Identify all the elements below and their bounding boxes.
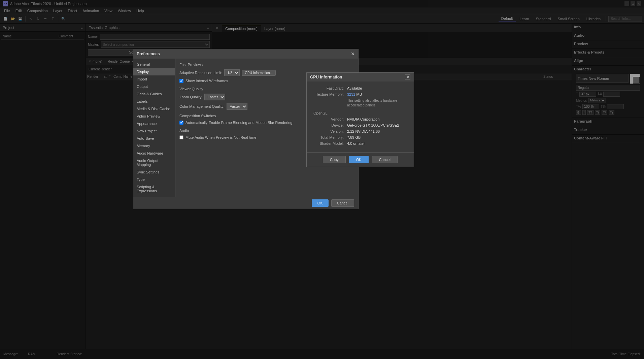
preferences-sidebar: General Display Import Output Grids & Gu… xyxy=(133,59,175,197)
pref-labels[interactable]: Labels xyxy=(133,98,175,105)
show-wireframes-checkbox[interactable] xyxy=(179,79,183,83)
version-label: Version: xyxy=(313,129,347,133)
texture-memory-value: 3231 MB xyxy=(347,92,407,96)
adaptive-resolution-label: Adaptive Resolution Limit: xyxy=(179,71,222,75)
fast-draft-value: Available xyxy=(347,86,407,90)
preferences-close-btn[interactable]: ✕ xyxy=(351,51,355,57)
color-mgmt-select[interactable]: Faster xyxy=(227,103,247,110)
gpu-dialog-title: GPU Information xyxy=(310,75,342,79)
gpu-copy-btn[interactable]: Copy xyxy=(323,156,346,163)
pref-type[interactable]: Type xyxy=(133,176,175,183)
vendor-value: NVIDIA Corporation xyxy=(347,117,407,121)
pref-sync-settings[interactable]: Sync Settings xyxy=(133,168,175,176)
preferences-title: Preferences xyxy=(137,52,160,56)
fast-draft-row: Fast Draft: Available xyxy=(313,86,407,90)
version-row: Version: 2.12 NVIDIA 441.66 xyxy=(313,129,407,133)
version-value: 2.12 NVIDIA 441.66 xyxy=(347,129,407,133)
total-memory-value: 7.89 GB xyxy=(347,135,407,139)
auto-enable-label: Automatically Enable Frame Blending and … xyxy=(185,121,292,125)
pref-video-preview[interactable]: Video Preview xyxy=(133,112,175,120)
device-row: Device: GeForce GTX 1080/PCIe/SSE2 xyxy=(313,123,407,127)
zoom-quality-label: Zoom Quality: xyxy=(179,95,202,99)
texture-memory-label: Texture Memory: xyxy=(313,92,347,96)
preferences-cancel-btn[interactable]: Cancel xyxy=(331,199,354,207)
total-memory-row: Total Memory: 7.89 GB xyxy=(313,135,407,139)
pref-display[interactable]: Display xyxy=(133,68,175,75)
gpu-body: Fast Draft: Available Texture Memory: 32… xyxy=(307,81,414,152)
pref-output[interactable]: Output xyxy=(133,83,175,90)
texture-memory-row: Texture Memory: 3231 MB xyxy=(313,92,407,96)
auto-enable-checkbox[interactable] xyxy=(179,121,183,125)
shader-model-label: Shader Model: xyxy=(313,141,347,145)
total-memory-label: Total Memory: xyxy=(313,135,347,139)
gpu-ok-btn[interactable]: OK xyxy=(349,156,369,163)
pref-memory[interactable]: Memory xyxy=(133,142,175,150)
gpu-footer: Copy OK Cancel xyxy=(307,152,414,167)
gpu-cancel-btn[interactable]: Cancel xyxy=(372,156,398,163)
gpu-title-bar: GPU Information ✕ xyxy=(307,73,414,81)
pref-media-disk-cache[interactable]: Media & Disk Cache xyxy=(133,105,175,112)
fast-previews-title: Fast Previews xyxy=(179,63,354,67)
texture-note: This setting also affects hardware-accel… xyxy=(313,98,407,108)
pref-import[interactable]: Import xyxy=(133,75,175,83)
pref-audio-output[interactable]: Audio Output Mapping xyxy=(133,157,175,168)
gpu-info-dialog: GPU Information ✕ Fast Draft: Available … xyxy=(306,72,414,167)
shader-model-row: Shader Model: 4.0 or later xyxy=(313,141,407,145)
vendor-label: Vendor: xyxy=(313,117,347,121)
adaptive-resolution-select[interactable]: 1/8 xyxy=(224,69,240,76)
opengl-section-title: OpenGL xyxy=(313,111,407,115)
pref-new-project[interactable]: New Project xyxy=(133,127,175,135)
pref-appearance[interactable]: Appearance xyxy=(133,120,175,127)
pref-audio-hardware[interactable]: Audio Hardware xyxy=(133,150,175,157)
show-wireframes-label: Show Internal Wireframes xyxy=(185,79,228,83)
mute-audio-label: Mute Audio When Preview is Not Real-time xyxy=(185,135,256,139)
device-label: Device: xyxy=(313,123,347,127)
vendor-row: Vendor: NVIDIA Corporation xyxy=(313,117,407,121)
shader-model-value: 4.0 or later xyxy=(347,141,407,145)
preferences-footer: OK Cancel xyxy=(133,197,358,209)
preferences-title-bar: Preferences ✕ xyxy=(133,49,358,59)
pref-general[interactable]: General xyxy=(133,61,175,68)
gpu-info-btn[interactable]: GPU Information... xyxy=(242,70,276,76)
gpu-close-btn[interactable]: ✕ xyxy=(405,74,410,80)
color-mgmt-label: Color Management Quality: xyxy=(179,104,225,108)
preferences-ok-btn[interactable]: OK xyxy=(312,199,329,207)
device-value: GeForce GTX 1080/PCIe/SSE2 xyxy=(347,123,407,127)
pref-auto-save[interactable]: Auto-Save xyxy=(133,135,175,142)
fast-draft-label: Fast Draft: xyxy=(313,86,347,90)
mute-audio-checkbox[interactable] xyxy=(179,135,183,139)
zoom-quality-select[interactable]: Faster xyxy=(204,94,225,100)
pref-scripting[interactable]: Scripting & Expressions xyxy=(133,183,175,195)
pref-grids-guides[interactable]: Grids & Guides xyxy=(133,90,175,98)
